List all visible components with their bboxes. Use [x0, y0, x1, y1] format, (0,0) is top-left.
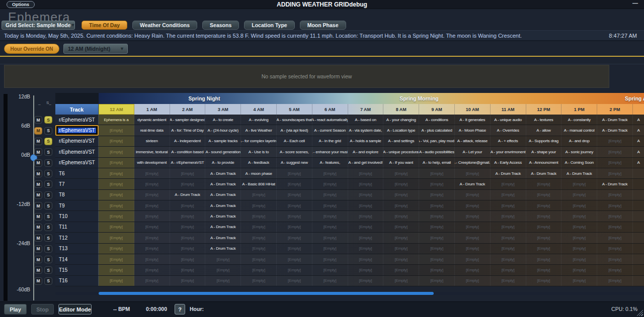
grid-cell[interactable]: A - sampler designed [170, 115, 206, 125]
grid-cell[interactable]: [Empty] [241, 200, 277, 210]
grid-cell[interactable]: [Empty] [348, 233, 384, 243]
grid-cell[interactable]: [Empty] [597, 211, 633, 221]
grid-cell[interactable]: A - textures [526, 115, 562, 125]
grid-cell[interactable]: A - Drum Track [205, 233, 241, 243]
track-name-cell[interactable]: T12 [55, 233, 99, 243]
grid-cell[interactable]: [Empty] [526, 254, 562, 264]
grid-cell[interactable]: A - Drum Track [205, 179, 241, 189]
grid-cell[interactable]: A - Use is to [241, 147, 277, 157]
grid-cell[interactable]: [Empty] [312, 276, 348, 286]
grid-cell[interactable]: A - Early Access [491, 158, 526, 168]
grid-cell[interactable]: [Empty] [597, 276, 633, 286]
grid-cell[interactable]: [Empty] [419, 265, 455, 275]
grid-cell[interactable]: A - Basic 808 HiHat [241, 179, 277, 189]
grid-cell[interactable]: A - Coming Soon [561, 158, 597, 168]
track-name-cell[interactable]: T14 [55, 254, 99, 264]
grid-cell[interactable]: [Empty] [455, 168, 491, 178]
grid-cell[interactable]: [Empty] [312, 244, 348, 254]
track-name-cell[interactable]: T13 [55, 244, 99, 254]
grid-cell[interactable]: A - Overrides [491, 125, 526, 135]
grid-cell[interactable]: A - Announcment [526, 158, 562, 168]
track-name-cell[interactable]: T16 [55, 276, 99, 286]
grid-cell-partial[interactable]: A [633, 125, 644, 135]
grid-cell[interactable]: [Empty] [561, 254, 597, 264]
grid-cell[interactable]: [Empty] [134, 276, 170, 286]
grid-cell[interactable]: A - constantly [561, 115, 597, 125]
grid-cell[interactable]: [Empty] [491, 265, 526, 275]
grid-cell[interactable]: [Empty] [170, 168, 206, 178]
grid-cell[interactable]: [Empty] [241, 276, 277, 286]
grid-cell[interactable]: [Empty] [170, 222, 206, 232]
grid-cell[interactable]: A - It generates [455, 115, 491, 125]
grid-cell[interactable]: [Empty] [312, 233, 348, 243]
scrollbar-thumb[interactable] [99, 292, 434, 295]
grid-cell-partial[interactable]: A [633, 147, 644, 157]
grid-cell[interactable]: [Empty] [277, 265, 312, 275]
grid-cell[interactable]: A - and settings [383, 136, 419, 146]
grid-cell[interactable]: A - unique audio [491, 115, 526, 125]
grid-cell[interactable]: A - attack, release [455, 136, 491, 146]
grid-cell[interactable]: [Empty] [241, 190, 277, 200]
grid-cell[interactable]: [Empty] [419, 276, 455, 286]
grid-cell[interactable]: A - Supports drag [526, 136, 562, 146]
hour-header-2-pm[interactable]: 2 PM [597, 104, 633, 115]
grid-cell[interactable]: A - for: Time of Day [170, 125, 206, 135]
grid-cell[interactable]: [Empty] [134, 168, 170, 178]
grid-cell[interactable]: [Empty] [383, 168, 419, 178]
grid-cell[interactable]: [Empty] [99, 222, 134, 232]
grid-cell[interactable]: [Empty] [170, 265, 206, 275]
grid-cell[interactable]: [Empty] [99, 158, 134, 168]
grid-cell[interactable]: [Empty] [455, 222, 491, 232]
track-name-cell[interactable]: r/EphemeraVST [55, 115, 99, 125]
grid-cell[interactable]: A - your envrimonent [491, 147, 526, 157]
grid-cell[interactable]: [Empty] [597, 222, 633, 232]
grid-cell[interactable]: [Empty] [526, 233, 562, 243]
grid-cell[interactable]: [Empty] [170, 179, 206, 189]
grid-cell[interactable]: [Empty] [383, 265, 419, 275]
editor-mode-button[interactable]: Editor Mode [58, 304, 92, 314]
grid-cell[interactable]: [Empty] [312, 222, 348, 232]
grid-cell[interactable]: [Empty] [170, 211, 206, 221]
grid-cell[interactable]: [Empty] [277, 200, 312, 210]
hour-header-1-am[interactable]: 1 AM [134, 104, 170, 115]
grid-cell[interactable]: A - Creeptone@gmail... [455, 158, 491, 168]
grid-cell[interactable]: A - If you want [383, 158, 419, 168]
tab-seasons[interactable]: Seasons [202, 21, 239, 30]
grid-cell[interactable]: A - (24-hour cycle) [205, 125, 241, 135]
grid-cell-partial[interactable] [633, 276, 644, 286]
grid-cell[interactable]: [Empty] [526, 265, 562, 275]
track-name-cell[interactable]: T10 [55, 211, 99, 221]
grid-cell[interactable]: A - to create [205, 115, 241, 125]
track-name-cell[interactable]: r/EphemeraVST [55, 147, 99, 157]
grid-cell[interactable]: [Empty] [277, 222, 312, 232]
grid-cell[interactable]: [Empty] [241, 254, 277, 264]
grid-cell[interactable]: A - features, [312, 158, 348, 168]
hour-header-7-am[interactable]: 7 AM [348, 104, 384, 115]
grid-cell[interactable]: [Empty] [241, 265, 277, 275]
grid-cell[interactable]: A - Drum Track [526, 168, 562, 178]
grid-cell[interactable]: [Empty] [134, 244, 170, 254]
grid-cell[interactable]: A - soundscapes that [277, 115, 312, 125]
grid-cell[interactable]: [Empty] [561, 200, 597, 210]
grid-cell[interactable]: [Empty] [99, 244, 134, 254]
grid-cell[interactable]: [Empty] [526, 211, 562, 221]
grid-cell[interactable]: [Empty] [134, 179, 170, 189]
grid-cell-partial[interactable] [633, 265, 644, 275]
grid-cell[interactable]: A - unique procedural [383, 147, 419, 157]
grid-cell[interactable]: A - to provide [205, 158, 241, 168]
grid-cell[interactable]: [Empty] [597, 233, 633, 243]
hour-select-dropdown[interactable]: 12 AM (Midnight) ▼ [63, 44, 128, 54]
grid-cell[interactable]: A - Drum Track [205, 222, 241, 232]
stop-button[interactable]: Stop [31, 304, 54, 314]
grid-cell-partial[interactable]: A [633, 158, 644, 168]
grid-cell[interactable]: [Empty] [455, 190, 491, 200]
grid-cell[interactable]: [Empty] [205, 276, 241, 286]
grid-cell[interactable]: [Empty] [348, 254, 384, 264]
grid-cell[interactable]: [Empty] [99, 276, 134, 286]
track-name-cell[interactable]: T9 [55, 200, 99, 210]
grid-cell[interactable]: [Empty] [241, 211, 277, 221]
track-name-cell[interactable]: r/EphemeraVST [55, 125, 99, 135]
grid-cell[interactable]: [Empty] [383, 179, 419, 189]
grid-cell[interactable]: [Empty] [99, 179, 134, 189]
grid-cell-partial[interactable] [633, 168, 644, 178]
